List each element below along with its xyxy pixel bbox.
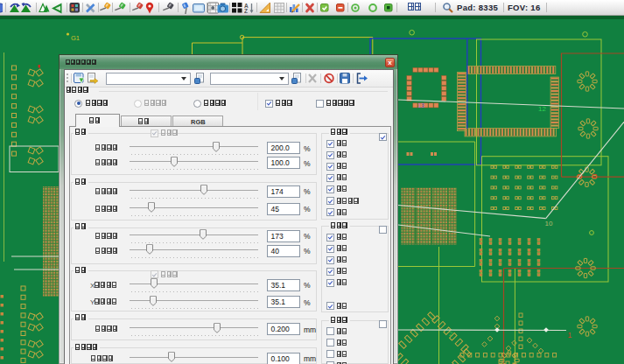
svg-text:G1: G1 (71, 34, 80, 42)
svg-text:13: 13 (418, 102, 425, 108)
svg-text:10: 10 (545, 220, 553, 228)
svg-text:Z: Z (244, 8, 248, 14)
svg-text:1: 1 (568, 331, 572, 340)
